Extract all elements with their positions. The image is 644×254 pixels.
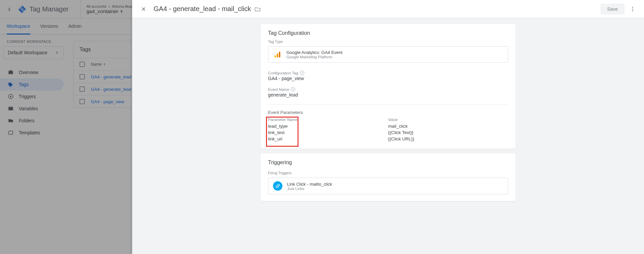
event-name-value: generate_lead	[268, 92, 508, 98]
folder-icon[interactable]	[254, 6, 261, 12]
card-title: Tag Configuration	[261, 24, 516, 38]
trigger-type: Just Links	[287, 187, 332, 191]
svg-rect-13	[277, 53, 278, 57]
svg-rect-14	[279, 52, 280, 57]
help-icon[interactable]: ?	[291, 87, 295, 91]
triggering-card[interactable]: Triggering Firing Triggers Link Click - …	[261, 153, 516, 201]
tag-type-label: Tag Type	[261, 38, 516, 44]
more-options-button[interactable]	[627, 3, 639, 15]
event-name-label: Event Name	[268, 87, 289, 91]
param-name: link_url	[268, 136, 388, 142]
trigger-row[interactable]: Link Click - mailto_click Just Links	[268, 178, 508, 194]
param-name: lead_type	[268, 123, 388, 129]
config-tag-value: GA4 - page_view	[268, 76, 508, 81]
kebab-icon	[630, 6, 636, 12]
card-title: Triggering	[261, 153, 516, 168]
tag-type-selector[interactable]: Google Analytics: GA4 Event Google Marke…	[268, 46, 508, 63]
close-button[interactable]	[138, 3, 150, 15]
svg-point-9	[632, 7, 633, 8]
param-name: link_text	[268, 129, 388, 136]
param-value: {{Click Text}}	[388, 129, 508, 136]
firing-triggers-label: Firing Triggers	[261, 168, 516, 175]
param-name-header: Parameter Name	[268, 116, 388, 123]
svg-point-11	[632, 10, 633, 11]
param-value: {{Click URL}}	[388, 136, 508, 142]
tag-edit-panel: GA4 - generate_lead - mail_click Save Ta…	[132, 0, 644, 254]
link-click-icon	[273, 181, 282, 191]
svg-point-10	[632, 8, 633, 9]
event-params: Parameter Name lead_type link_text link_…	[261, 116, 516, 149]
tag-type-name: Google Analytics: GA4 Event	[286, 50, 342, 55]
config-tag-label: Configuration Tag	[268, 71, 298, 75]
tag-configuration-card[interactable]: Tag Configuration Tag Type Google Analyt…	[261, 24, 516, 149]
event-params-title: Event Parameters	[261, 107, 516, 116]
divider	[268, 104, 508, 105]
close-icon	[141, 6, 147, 12]
svg-rect-12	[274, 55, 276, 58]
save-button[interactable]: Save	[600, 4, 625, 14]
help-icon[interactable]: ?	[300, 71, 304, 75]
panel-title[interactable]: GA4 - generate_lead - mail_click	[154, 5, 251, 13]
panel-header: GA4 - generate_lead - mail_click Save	[132, 0, 644, 18]
ga-icon	[273, 50, 282, 59]
param-value: mail_click	[388, 123, 508, 129]
tag-type-subtitle: Google Marketing Platform	[286, 55, 342, 59]
param-value-header: Value	[388, 116, 508, 123]
trigger-name: Link Click - mailto_click	[287, 182, 332, 187]
